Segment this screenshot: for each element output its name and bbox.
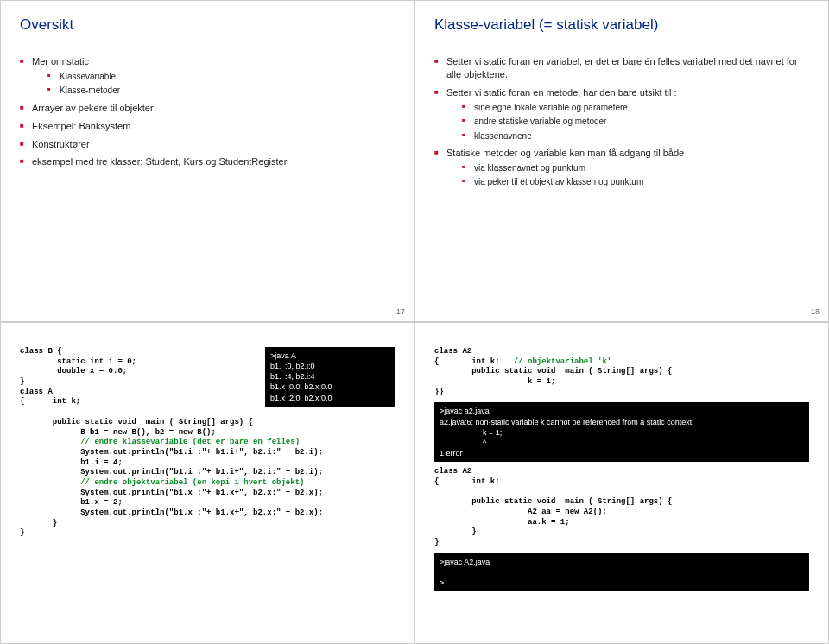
code-text: public static void main ( String[] args)… — [20, 418, 253, 437]
slide-code-example-a: class B { static int i = 0; double x = 0… — [0, 322, 414, 644]
code-wrap: class A2 { int k; // objektvariabel 'k' … — [434, 347, 809, 591]
list-item: Setter vi static foran en variabel, er d… — [434, 55, 809, 81]
list-item: Konstruktører — [20, 138, 395, 151]
list-item: via peker til et objekt av klassen og pu… — [462, 176, 809, 188]
slide-klasse-variabel: Klasse-variabel (= statisk variabel) Set… — [414, 0, 829, 322]
list-item: via klassenavnet og punktum — [462, 162, 809, 174]
item-text: Klassevariable — [60, 72, 116, 81]
list-item: Statiske metoder og variable kan man få … — [434, 147, 809, 188]
code-text: System.out.println("b1.x :"+ b1.x+", b2.… — [20, 489, 323, 538]
code-block: class A2 { int k; // objektvariabel 'k' … — [434, 347, 809, 397]
list-item: Klassevariable — [47, 71, 395, 83]
slide-oversikt: Oversikt Mer om static Klassevariable Kl… — [0, 0, 414, 322]
item-text: Arrayer av pekere til objekter — [32, 103, 154, 113]
item-text: klassenavnene — [474, 131, 532, 141]
code-comment: // endre objektvariabel (en kopi i hvert… — [20, 478, 304, 487]
list-item: Eksempel: Banksystem — [20, 120, 395, 133]
slide-number: 18 — [811, 307, 820, 316]
title-rule — [434, 41, 809, 41]
code-comment: // endre klassevariable (det er bare en … — [20, 438, 300, 446]
list-item: sine egne lokale variable og parametere — [462, 102, 809, 114]
list-item: Klasse-metoder — [47, 85, 395, 97]
list-item: Arrayer av pekere til objekter — [20, 102, 395, 115]
list-item: andre statiske variable og metoder — [462, 116, 809, 128]
item-text: Setter vi static foran en metode, har de… — [446, 87, 677, 98]
title-rule — [20, 41, 395, 41]
item-text: sine egne lokale variable og parametere — [474, 103, 628, 112]
list-item: klassenavnene — [462, 130, 809, 142]
bullet-list: Mer om static Klassevariable Klasse-meto… — [20, 55, 395, 168]
item-text: Setter vi static foran en variabel, er d… — [446, 56, 798, 79]
code-col: class B { static int i = 0; double x = 0… — [20, 347, 255, 418]
item-text: Klasse-metoder — [60, 85, 120, 95]
terminal-output: >javac A2.java > — [434, 553, 809, 591]
item-text: Eksempel: Banksystem — [32, 121, 130, 131]
item-text: via peker til et objekt av klassen og pu… — [474, 177, 643, 186]
terminal-output: >java A b1.i :0, b2.i:0 b1.i :4, b2.i:4 … — [265, 347, 395, 407]
code-text: System.out.println("b1.i :"+ b1.i+", b2.… — [20, 448, 323, 477]
list-item: eksempel med tre klasser: Student, Kurs … — [20, 155, 395, 168]
code-block: class B { static int i = 0; double x = 0… — [20, 347, 255, 418]
item-text: eksempel med tre klasser: Student, Kurs … — [32, 156, 287, 167]
item-text: andre statiske variable og metoder — [474, 117, 606, 126]
item-text: Konstruktører — [32, 139, 90, 149]
code-text: class A2 { int k; — [434, 347, 514, 366]
terminal-output: >javac a2.java a2.java:6: non-static var… — [434, 402, 809, 462]
code-row: class B { static int i = 0; double x = 0… — [20, 347, 395, 418]
bullet-list: Setter vi static foran en variabel, er d… — [434, 55, 809, 188]
code-comment: // objektvariabel 'k' — [514, 357, 611, 366]
item-text: Statiske metoder og variable kan man få … — [446, 148, 684, 158]
code-text: public static void main ( String[] args)… — [434, 367, 672, 395]
item-text: Mer om static — [32, 56, 89, 66]
slide-number: 17 — [396, 307, 405, 316]
list-item: Setter vi static foran en metode, har de… — [434, 86, 809, 142]
list-item: Mer om static Klassevariable Klasse-meto… — [20, 55, 395, 97]
code-block: public static void main ( String[] args)… — [20, 418, 395, 539]
terminal-col: >java A b1.i :0, b2.i:0 b1.i :4, b2.i:4 … — [265, 347, 395, 407]
item-text: via klassenavnet og punktum — [474, 163, 585, 173]
slide-title: Oversikt — [20, 16, 395, 34]
slide-title: Klasse-variabel (= statisk variabel) — [434, 16, 809, 34]
code-block: class A2 { int k; public static void mai… — [434, 467, 809, 548]
slide-code-example-a2: class A2 { int k; // objektvariabel 'k' … — [414, 322, 829, 644]
